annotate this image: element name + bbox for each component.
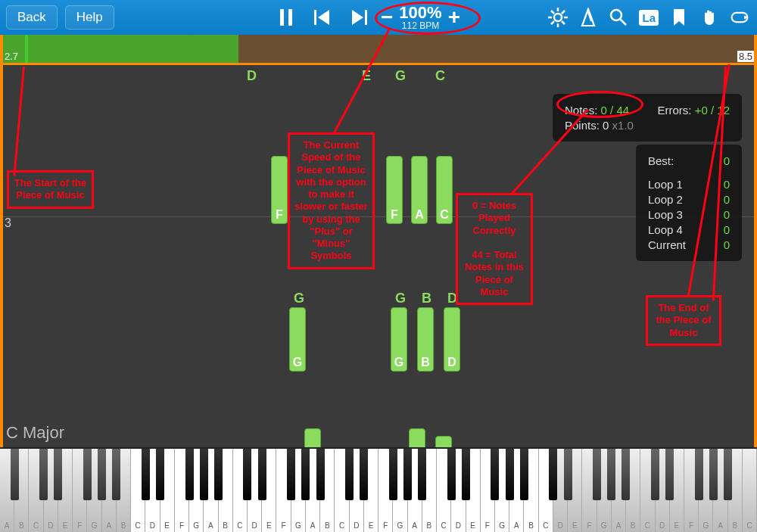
white-key[interactable]: E bbox=[466, 449, 481, 532]
white-key[interactable]: D bbox=[248, 449, 262, 532]
measure-number: 3 bbox=[5, 216, 11, 230]
white-key[interactable]: A bbox=[408, 449, 422, 532]
white-key[interactable]: B bbox=[422, 449, 437, 532]
white-key[interactable]: G bbox=[189, 449, 204, 532]
white-key[interactable]: A bbox=[204, 449, 218, 532]
timeline-left-label: 2.7 bbox=[5, 51, 18, 62]
loop-label: Loop 4 bbox=[648, 223, 683, 236]
best-label: Best: bbox=[648, 154, 674, 167]
white-key[interactable]: F bbox=[582, 449, 597, 532]
white-key[interactable]: B bbox=[117, 449, 131, 532]
falling-note: G bbox=[289, 307, 306, 372]
falling-note: D bbox=[444, 307, 460, 372]
falling-note: B bbox=[417, 307, 434, 372]
piano-keyboard[interactable]: ABCDEFGABCDEFGABCDEFGABCDEFGABCDEFGABCDE… bbox=[0, 447, 757, 532]
white-key[interactable]: C bbox=[640, 449, 655, 532]
white-key[interactable]: B bbox=[626, 449, 640, 532]
white-key[interactable]: B bbox=[14, 449, 29, 532]
white-key[interactable]: A bbox=[306, 449, 320, 532]
white-key[interactable]: G bbox=[597, 449, 612, 532]
falling-note: F bbox=[271, 156, 288, 224]
loop-value: 0 bbox=[724, 208, 730, 221]
hand-icon[interactable] bbox=[699, 8, 719, 27]
tool-icons: La bbox=[548, 8, 749, 27]
white-key[interactable]: C bbox=[233, 449, 248, 532]
svg-line-13 bbox=[562, 11, 565, 14]
previous-icon[interactable] bbox=[313, 8, 332, 27]
pause-icon[interactable] bbox=[276, 8, 296, 27]
white-key[interactable]: E bbox=[670, 449, 684, 532]
falling-note: G bbox=[391, 307, 407, 372]
white-key[interactable]: C bbox=[335, 449, 349, 532]
white-key[interactable]: C bbox=[131, 449, 145, 532]
white-key[interactable]: C bbox=[539, 449, 553, 532]
falling-note bbox=[409, 428, 425, 447]
white-key[interactable]: B bbox=[728, 449, 743, 532]
white-key[interactable]: C bbox=[29, 449, 43, 532]
note-label: D bbox=[247, 68, 257, 84]
white-key[interactable]: A bbox=[509, 449, 524, 532]
settings-gear-icon[interactable] bbox=[548, 8, 568, 27]
white-key[interactable]: B bbox=[524, 449, 538, 532]
white-key[interactable]: G bbox=[393, 449, 407, 532]
bookmark-icon[interactable] bbox=[669, 8, 689, 27]
white-key[interactable]: A bbox=[102, 449, 117, 532]
white-key[interactable]: D bbox=[44, 449, 58, 532]
white-key[interactable]: D bbox=[451, 449, 466, 532]
white-key[interactable]: E bbox=[364, 449, 378, 532]
next-icon[interactable] bbox=[349, 8, 369, 27]
annotation-end-box: The End of the Piece of Music bbox=[646, 295, 721, 346]
white-key[interactable]: F bbox=[276, 449, 291, 532]
best-value: 0 bbox=[724, 154, 730, 167]
loop-label: Loop 2 bbox=[648, 193, 683, 206]
loop-label: Current bbox=[648, 238, 686, 251]
white-key[interactable]: F bbox=[378, 449, 393, 532]
back-button[interactable]: Back bbox=[6, 5, 58, 30]
white-key[interactable]: E bbox=[262, 449, 276, 532]
white-key[interactable]: D bbox=[350, 449, 364, 532]
white-key[interactable]: F bbox=[481, 449, 495, 532]
white-key[interactable]: D bbox=[145, 449, 160, 532]
white-key[interactable]: A bbox=[612, 449, 626, 532]
svg-line-11 bbox=[551, 11, 554, 14]
loop-scores-panel: Best:0 Loop 10 Loop 20 Loop 30 Loop 40 C… bbox=[636, 145, 742, 261]
search-icon[interactable] bbox=[609, 8, 628, 27]
white-key[interactable]: F bbox=[175, 449, 189, 532]
white-key[interactable]: A bbox=[0, 449, 14, 532]
loop-icon[interactable] bbox=[730, 8, 749, 27]
svg-marker-4 bbox=[352, 10, 363, 25]
label-badge[interactable]: La bbox=[639, 10, 659, 26]
white-key[interactable]: F bbox=[684, 449, 699, 532]
timeline-played-region bbox=[0, 35, 238, 65]
white-key[interactable]: E bbox=[160, 449, 175, 532]
white-key[interactable]: C bbox=[437, 449, 451, 532]
playhead-start-marker bbox=[0, 35, 3, 447]
white-key[interactable]: D bbox=[656, 449, 670, 532]
annotation-start-box: The Start of the Piece of Music bbox=[7, 170, 94, 209]
white-key[interactable]: C bbox=[743, 449, 757, 532]
annotation-speed-box: The Current Speed of the Piece of Music … bbox=[288, 132, 375, 269]
white-key[interactable]: G bbox=[699, 449, 713, 532]
white-key[interactable]: G bbox=[495, 449, 509, 532]
white-key[interactable]: E bbox=[58, 449, 73, 532]
white-key[interactable]: B bbox=[219, 449, 233, 532]
falling-note: F bbox=[386, 156, 403, 224]
falling-note bbox=[435, 436, 452, 447]
help-button[interactable]: Help bbox=[65, 5, 114, 30]
white-key[interactable]: A bbox=[713, 449, 727, 532]
loop-value: 0 bbox=[724, 223, 730, 236]
white-key[interactable]: D bbox=[553, 449, 568, 532]
svg-rect-2 bbox=[314, 10, 316, 25]
white-key[interactable]: G bbox=[87, 449, 101, 532]
white-key[interactable]: F bbox=[73, 449, 87, 532]
playhead-end-marker bbox=[754, 35, 757, 447]
white-key[interactable]: G bbox=[291, 449, 306, 532]
points-value: 0 bbox=[603, 119, 609, 132]
svg-point-6 bbox=[554, 14, 562, 21]
white-key[interactable]: E bbox=[568, 449, 582, 532]
annotation-notes-ellipse bbox=[556, 91, 643, 118]
timeline-start-marker[interactable] bbox=[25, 35, 28, 65]
note-fall-area: 3 C Major D E G C F F A C G G B D G G B … bbox=[0, 65, 757, 447]
metronome-icon[interactable] bbox=[578, 8, 598, 27]
white-key[interactable]: B bbox=[320, 449, 335, 532]
